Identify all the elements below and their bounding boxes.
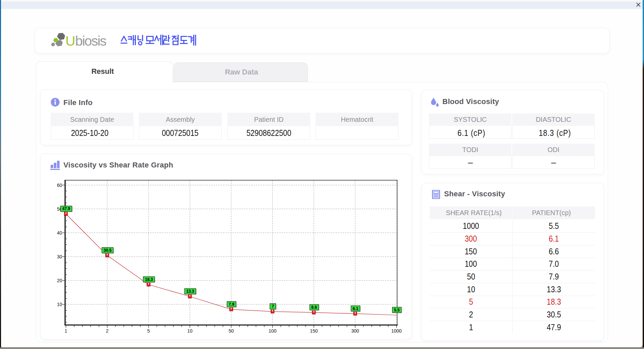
svg-text:10: 10 (187, 328, 193, 334)
svg-text:1: 1 (65, 328, 67, 334)
svg-text:6.1: 6.1 (353, 306, 359, 311)
svg-text:60: 60 (57, 183, 62, 188)
svg-text:20: 20 (57, 278, 62, 283)
svg-text:1000: 1000 (391, 328, 402, 334)
svg-text:7: 7 (272, 304, 274, 309)
svg-text:18.3: 18.3 (145, 277, 153, 282)
svg-text:13.3: 13.3 (186, 289, 194, 294)
svg-text:150: 150 (310, 328, 318, 334)
svg-text:7.9: 7.9 (229, 302, 234, 307)
svg-text:U: U (65, 33, 75, 49)
svg-text:2: 2 (106, 328, 109, 334)
svg-text:300: 300 (351, 328, 359, 334)
svg-text:6.6: 6.6 (311, 305, 317, 310)
svg-text:30.5: 30.5 (104, 248, 112, 253)
svg-text:50: 50 (229, 328, 234, 334)
svg-text:40: 40 (57, 230, 62, 236)
svg-text:30: 30 (57, 254, 62, 259)
svg-text:10: 10 (57, 302, 62, 307)
svg-text:100: 100 (269, 328, 277, 334)
svg-text:5.5: 5.5 (394, 308, 400, 312)
svg-text:47.9: 47.9 (62, 206, 70, 211)
svg-text:biosis: biosis (75, 33, 107, 49)
svg-text:5: 5 (147, 328, 150, 334)
